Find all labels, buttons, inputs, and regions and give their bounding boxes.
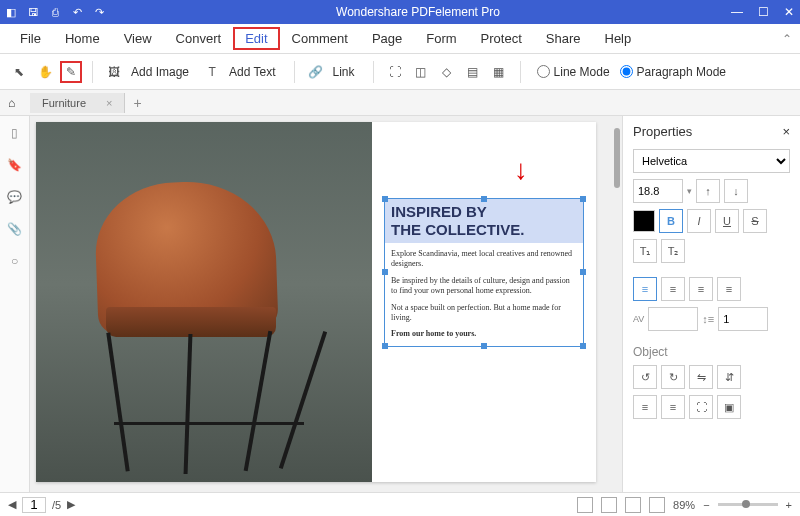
selected-text-box[interactable]: INSPIRED BY THE COLLECTIVE. Explore Scan… xyxy=(384,198,584,347)
edit-text-tool-icon[interactable]: ✎ xyxy=(60,61,82,83)
menu-edit[interactable]: Edit xyxy=(233,27,279,50)
zoom-in-icon[interactable]: + xyxy=(786,499,792,511)
link-button[interactable]: Link xyxy=(333,65,355,79)
paragraph-mode-radio[interactable]: Paragraph Mode xyxy=(620,65,726,79)
color-swatch[interactable] xyxy=(633,210,655,232)
resize-handle[interactable] xyxy=(481,196,487,202)
t1-button[interactable]: T₁ xyxy=(633,239,657,263)
document-tab[interactable]: Furniture × xyxy=(30,93,125,113)
select-tool-icon[interactable]: ⬉ xyxy=(8,61,30,83)
page-next-icon[interactable]: ▶ xyxy=(67,498,75,511)
font-size-input[interactable] xyxy=(633,179,683,203)
undo-icon[interactable]: ↶ xyxy=(70,5,84,19)
rotate-right-icon[interactable]: ↻ xyxy=(661,365,685,389)
line-height-input[interactable] xyxy=(718,307,768,331)
text-icon[interactable]: T xyxy=(201,61,223,83)
hand-tool-icon[interactable]: ✋ xyxy=(34,61,56,83)
align-justify-icon[interactable]: ≡ xyxy=(717,277,741,301)
menu-page[interactable]: Page xyxy=(360,27,414,50)
view-single-icon[interactable] xyxy=(577,497,593,513)
extract-icon[interactable]: ▣ xyxy=(717,395,741,419)
zoom-value: 89% xyxy=(673,499,695,511)
flip-horizontal-icon[interactable]: ⇋ xyxy=(689,365,713,389)
view-continuous-icon[interactable] xyxy=(601,497,617,513)
print-icon[interactable]: ⎙ xyxy=(48,5,62,19)
comments-icon[interactable]: 💬 xyxy=(6,188,24,206)
strikethrough-button[interactable]: S xyxy=(743,209,767,233)
collapse-ribbon-icon[interactable]: ⌃ xyxy=(782,32,792,46)
watermark-icon[interactable]: ◫ xyxy=(410,61,432,83)
align-right-icon[interactable]: ≡ xyxy=(689,277,713,301)
search-icon[interactable]: ○ xyxy=(6,252,24,270)
align-left-icon[interactable]: ≡ xyxy=(633,277,657,301)
close-button[interactable]: ✕ xyxy=(782,5,796,19)
resize-handle[interactable] xyxy=(382,269,388,275)
edit-toolbar: ⬉ ✋ ✎ 🖼 Add Image T Add Text 🔗 Link ⛶ ◫ … xyxy=(0,54,800,90)
resize-handle[interactable] xyxy=(580,269,586,275)
resize-handle[interactable] xyxy=(382,343,388,349)
t2-button[interactable]: T₂ xyxy=(661,239,685,263)
font-family-select[interactable]: Helvetica xyxy=(633,149,790,173)
menu-help[interactable]: Help xyxy=(593,27,644,50)
maximize-button[interactable]: ☐ xyxy=(756,5,770,19)
app-icon: ◧ xyxy=(4,5,18,19)
add-image-button[interactable]: Add Image xyxy=(131,65,189,79)
char-spacing-input[interactable] xyxy=(648,307,698,331)
resize-handle[interactable] xyxy=(481,343,487,349)
flip-vertical-icon[interactable]: ⇵ xyxy=(717,365,741,389)
menu-share[interactable]: Share xyxy=(534,27,593,50)
resize-handle[interactable] xyxy=(580,196,586,202)
view-grid-icon[interactable] xyxy=(649,497,665,513)
save-icon[interactable]: 🖫 xyxy=(26,5,40,19)
minimize-button[interactable]: — xyxy=(730,5,744,19)
menu-view[interactable]: View xyxy=(112,27,164,50)
close-panel-icon[interactable]: × xyxy=(782,124,790,139)
zoom-out-icon[interactable]: − xyxy=(703,499,709,511)
align-obj-icon[interactable]: ≡ xyxy=(633,395,657,419)
page-prev-icon[interactable]: ◀ xyxy=(8,498,16,511)
text-para[interactable]: Not a space built on perfection. But a h… xyxy=(385,297,583,324)
menu-home[interactable]: Home xyxy=(53,27,112,50)
crop-icon[interactable]: ⛶ xyxy=(384,61,406,83)
menu-file[interactable]: File xyxy=(8,27,53,50)
link-icon[interactable]: 🔗 xyxy=(305,61,327,83)
text-heading[interactable]: INSPIRED BY THE COLLECTIVE. xyxy=(385,199,583,243)
text-para[interactable]: Explore Scandinavia, meet local creative… xyxy=(385,243,583,270)
underline-button[interactable]: U xyxy=(715,209,739,233)
bookmarks-icon[interactable]: 🔖 xyxy=(6,156,24,174)
subscript-icon[interactable]: ↓ xyxy=(724,179,748,203)
distribute-icon[interactable]: ≡ xyxy=(661,395,685,419)
menu-protect[interactable]: Protect xyxy=(469,27,534,50)
tab-close-icon[interactable]: × xyxy=(106,97,112,109)
thumbnails-icon[interactable]: ▯ xyxy=(6,124,24,142)
superscript-icon[interactable]: ↑ xyxy=(696,179,720,203)
home-icon[interactable]: ⌂ xyxy=(8,96,15,110)
scrollbar-thumb[interactable] xyxy=(614,128,620,188)
attachments-icon[interactable]: 📎 xyxy=(6,220,24,238)
crop-obj-icon[interactable]: ⛶ xyxy=(689,395,713,419)
bold-button[interactable]: B xyxy=(659,209,683,233)
new-tab-button[interactable]: + xyxy=(133,95,141,111)
italic-button[interactable]: I xyxy=(687,209,711,233)
redo-icon[interactable]: ↷ xyxy=(92,5,106,19)
resize-handle[interactable] xyxy=(382,196,388,202)
properties-panel: Properties × Helvetica ▾ ↑ ↓ B I U S T₁ … xyxy=(622,116,800,492)
text-para[interactable]: Be inspired by the details of culture, d… xyxy=(385,270,583,297)
align-center-icon[interactable]: ≡ xyxy=(661,277,685,301)
menu-comment[interactable]: Comment xyxy=(280,27,360,50)
image-icon[interactable]: 🖼 xyxy=(103,61,125,83)
page-input[interactable] xyxy=(22,497,46,513)
document-canvas[interactable]: ↓ INSPIRED BY THE COLLECTIVE. Explore Sc… xyxy=(30,116,622,492)
header-footer-icon[interactable]: ▤ xyxy=(462,61,484,83)
menu-convert[interactable]: Convert xyxy=(164,27,234,50)
background-icon[interactable]: ◇ xyxy=(436,61,458,83)
zoom-slider[interactable] xyxy=(718,503,778,506)
add-text-button[interactable]: Add Text xyxy=(229,65,275,79)
line-mode-radio[interactable]: Line Mode xyxy=(537,65,610,79)
bates-icon[interactable]: ▦ xyxy=(488,61,510,83)
resize-handle[interactable] xyxy=(580,343,586,349)
menu-form[interactable]: Form xyxy=(414,27,468,50)
rotate-left-icon[interactable]: ↺ xyxy=(633,365,657,389)
view-facing-icon[interactable] xyxy=(625,497,641,513)
annotation-arrow-icon: ↓ xyxy=(514,154,528,186)
